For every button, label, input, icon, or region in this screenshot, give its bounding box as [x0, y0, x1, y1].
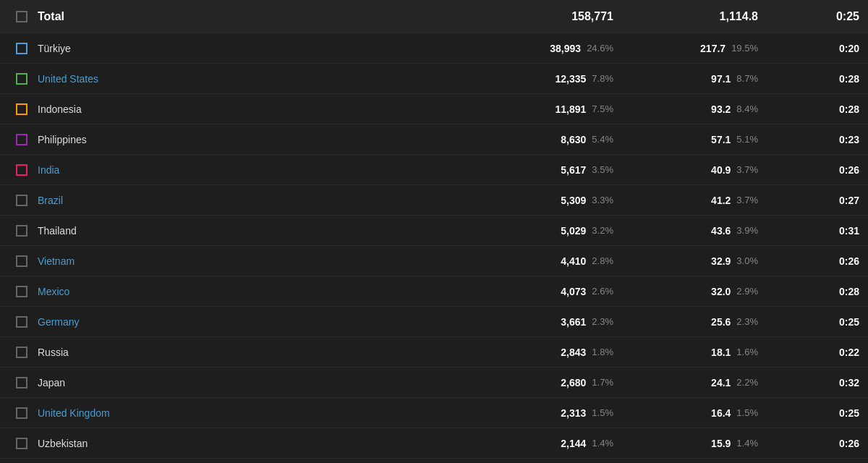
- checkbox-box[interactable]: [16, 286, 27, 297]
- checkbox-box[interactable]: [16, 103, 27, 115]
- row-checkbox[interactable]: [9, 134, 35, 145]
- table-row: India 5,617 3.5% 40.9 3.7% 0:26: [0, 155, 868, 185]
- sessions-cell: 4,073 2.6%: [498, 286, 613, 297]
- checkbox-box[interactable]: [16, 164, 27, 176]
- engaged-cell: 57.1 5.1%: [613, 134, 758, 145]
- engaged-cell: 15.9 1.4%: [613, 438, 758, 449]
- row-checkbox[interactable]: [9, 316, 35, 328]
- country-name[interactable]: Vietnam: [35, 255, 498, 267]
- checkbox-box[interactable]: [16, 377, 27, 388]
- row-checkbox[interactable]: [9, 103, 35, 115]
- country-name: Uzbekistan: [35, 438, 498, 449]
- sessions-cell: 2,843 1.8%: [498, 347, 613, 358]
- table-row: Uzbekistan 2,144 1.4% 15.9 1.4% 0:26: [0, 428, 868, 459]
- header-engaged: 1,114.8: [613, 10, 758, 23]
- table-row: United Kingdom 2,313 1.5% 16.4 1.5% 0:25: [0, 398, 868, 428]
- header-checkbox-box[interactable]: [16, 11, 27, 22]
- row-checkbox[interactable]: [9, 377, 35, 388]
- sessions-cell: 5,309 3.3%: [498, 195, 613, 206]
- table-row: Brazil 5,309 3.3% 41.2 3.7% 0:27: [0, 185, 868, 216]
- table-row: Philippines 8,630 5.4% 57.1 5.1% 0:23: [0, 124, 868, 155]
- country-name[interactable]: Germany: [35, 316, 498, 328]
- country-name[interactable]: Mexico: [35, 286, 498, 297]
- table-row: Japan 2,680 1.7% 24.1 2.2% 0:32: [0, 368, 868, 398]
- table-row: United States 12,335 7.8% 97.1 8.7% 0:28: [0, 64, 868, 94]
- checkbox-box[interactable]: [16, 195, 27, 206]
- checkbox-box[interactable]: [16, 316, 27, 328]
- checkbox-box[interactable]: [16, 43, 27, 54]
- header-label: Total: [35, 10, 498, 23]
- header-row: Total 158,771 1,114.8 0:25: [0, 0, 868, 33]
- rows-container: Türkiye 38,993 24.6% 217.7 19.5% 0:20 Un…: [0, 33, 868, 459]
- sessions-cell: 8,630 5.4%: [498, 134, 613, 145]
- duration-cell: 0:32: [758, 377, 859, 388]
- duration-cell: 0:28: [758, 286, 859, 297]
- header-checkbox[interactable]: [9, 11, 35, 22]
- engaged-cell: 32.0 2.9%: [613, 286, 758, 297]
- duration-cell: 0:20: [758, 43, 859, 54]
- row-checkbox[interactable]: [9, 164, 35, 176]
- row-checkbox[interactable]: [9, 286, 35, 297]
- country-name[interactable]: Brazil: [35, 195, 498, 206]
- engaged-cell: 16.4 1.5%: [613, 407, 758, 419]
- engaged-cell: 32.9 3.0%: [613, 255, 758, 267]
- row-checkbox[interactable]: [9, 407, 35, 419]
- checkbox-box[interactable]: [16, 407, 27, 419]
- checkbox-box[interactable]: [16, 134, 27, 145]
- table-row: Germany 3,661 2.3% 25.6 2.3% 0:25: [0, 307, 868, 337]
- engaged-cell: 24.1 2.2%: [613, 377, 758, 388]
- country-name: Türkiye: [35, 43, 498, 54]
- checkbox-box[interactable]: [16, 347, 27, 358]
- checkbox-box[interactable]: [16, 225, 27, 237]
- checkbox-box[interactable]: [16, 255, 27, 267]
- row-checkbox[interactable]: [9, 73, 35, 85]
- row-checkbox[interactable]: [9, 43, 35, 54]
- duration-cell: 0:25: [758, 316, 859, 328]
- country-name: Russia: [35, 347, 498, 358]
- country-name[interactable]: United Kingdom: [35, 407, 498, 419]
- duration-cell: 0:26: [758, 255, 859, 267]
- header-sessions: 158,771: [498, 10, 613, 23]
- duration-cell: 0:27: [758, 195, 859, 206]
- country-name: Philippines: [35, 134, 498, 145]
- checkbox-box[interactable]: [16, 73, 27, 85]
- duration-cell: 0:28: [758, 103, 859, 115]
- table-row: Russia 2,843 1.8% 18.1 1.6% 0:22: [0, 337, 868, 368]
- engaged-cell: 41.2 3.7%: [613, 195, 758, 206]
- country-name: Indonesia: [35, 103, 498, 115]
- table-row: Mexico 4,073 2.6% 32.0 2.9% 0:28: [0, 276, 868, 307]
- sessions-cell: 5,029 3.2%: [498, 225, 613, 237]
- row-checkbox[interactable]: [9, 195, 35, 206]
- country-name[interactable]: United States: [35, 73, 498, 85]
- checkbox-box[interactable]: [16, 438, 27, 449]
- table-row: Thailand 5,029 3.2% 43.6 3.9% 0:31: [0, 216, 868, 246]
- header-duration: 0:25: [758, 10, 859, 23]
- duration-cell: 0:28: [758, 73, 859, 85]
- sessions-cell: 3,661 2.3%: [498, 316, 613, 328]
- duration-cell: 0:31: [758, 225, 859, 237]
- row-checkbox[interactable]: [9, 225, 35, 237]
- sessions-cell: 2,313 1.5%: [498, 407, 613, 419]
- duration-cell: 0:22: [758, 347, 859, 358]
- country-name[interactable]: India: [35, 164, 498, 176]
- engaged-cell: 25.6 2.3%: [613, 316, 758, 328]
- duration-cell: 0:26: [758, 164, 859, 176]
- sessions-cell: 11,891 7.5%: [498, 103, 613, 115]
- engaged-cell: 18.1 1.6%: [613, 347, 758, 358]
- row-checkbox[interactable]: [9, 255, 35, 267]
- engaged-cell: 217.7 19.5%: [613, 43, 758, 54]
- sessions-cell: 2,144 1.4%: [498, 438, 613, 449]
- engaged-cell: 93.2 8.4%: [613, 103, 758, 115]
- table-row: Vietnam 4,410 2.8% 32.9 3.0% 0:26: [0, 246, 868, 276]
- engaged-cell: 40.9 3.7%: [613, 164, 758, 176]
- sessions-cell: 5,617 3.5%: [498, 164, 613, 176]
- row-checkbox[interactable]: [9, 347, 35, 358]
- country-name: Thailand: [35, 225, 498, 237]
- sessions-cell: 2,680 1.7%: [498, 377, 613, 388]
- country-name: Japan: [35, 377, 498, 388]
- row-checkbox[interactable]: [9, 438, 35, 449]
- duration-cell: 0:26: [758, 438, 859, 449]
- sessions-cell: 38,993 24.6%: [498, 43, 613, 54]
- engaged-cell: 97.1 8.7%: [613, 73, 758, 85]
- country-table: Total 158,771 1,114.8 0:25 Türkiye 38,99…: [0, 0, 868, 459]
